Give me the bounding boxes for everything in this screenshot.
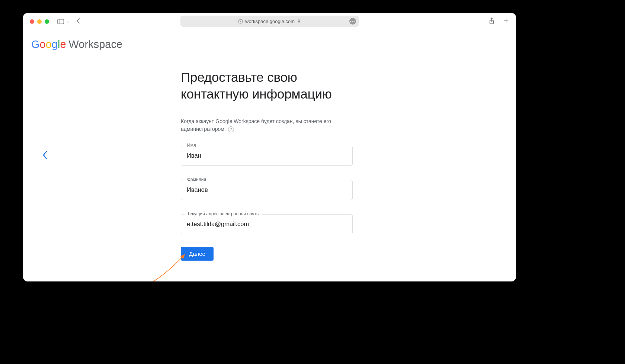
first-name-input[interactable] — [181, 146, 353, 166]
chevron-left-icon — [42, 151, 48, 160]
plus-icon — [503, 17, 509, 25]
new-tab-button[interactable] — [503, 17, 509, 26]
browser-titlebar: ⌄ workspace.google.com ••• — [23, 13, 516, 30]
toolbar-right — [488, 13, 509, 30]
window-controls — [30, 19, 49, 24]
email-field-wrapper: Текущий адрес электронной почты — [181, 214, 353, 234]
share-icon — [488, 17, 495, 25]
signup-form: Предоставьте свою контактную информацию … — [181, 69, 367, 261]
next-button[interactable]: Далее — [181, 247, 214, 261]
chevron-down-icon: ⌄ — [66, 19, 70, 24]
page-subtitle: Когда аккаунт Google Workspace будет соз… — [181, 117, 367, 133]
lock-icon — [297, 19, 301, 24]
last-name-input[interactable] — [181, 180, 353, 200]
site-settings-button[interactable]: ••• — [349, 18, 356, 25]
chevron-left-icon — [76, 18, 80, 24]
compass-icon — [238, 19, 243, 24]
previous-step-button[interactable] — [42, 151, 48, 161]
email-input[interactable] — [181, 214, 353, 234]
sidebar-toggle[interactable]: ⌄ — [57, 19, 70, 24]
email-label: Текущий адрес электронной почты — [185, 211, 262, 216]
browser-window: ⌄ workspace.google.com ••• — [23, 13, 516, 281]
address-bar[interactable]: workspace.google.com ••• — [180, 16, 359, 27]
google-workspace-logo: Google Workspace — [31, 38, 122, 51]
workspace-logo-text: Workspace — [69, 38, 123, 51]
help-icon[interactable]: ? — [228, 126, 234, 132]
sidebar-icon — [57, 19, 64, 24]
svg-marker-3 — [240, 20, 241, 22]
svg-rect-0 — [58, 19, 64, 24]
address-bar-text: workspace.google.com — [245, 19, 295, 24]
first-name-field-wrapper: Имя — [181, 146, 353, 166]
last-name-field-wrapper: Фамилия — [181, 180, 353, 200]
google-logo-text: Google — [31, 38, 66, 51]
first-name-label: Имя — [185, 143, 198, 148]
share-button[interactable] — [488, 17, 495, 26]
page-title: Предоставьте свою контактную информацию — [181, 69, 367, 103]
page-content: Google Workspace Предоставьте свою конта… — [23, 30, 516, 281]
last-name-label: Фамилия — [185, 177, 208, 182]
minimize-window-button[interactable] — [37, 19, 42, 24]
close-window-button[interactable] — [30, 19, 34, 24]
subtitle-text: Когда аккаунт Google Workspace будет соз… — [181, 118, 331, 132]
svg-rect-4 — [298, 21, 300, 22]
maximize-window-button[interactable] — [45, 19, 49, 24]
browser-back-button[interactable] — [76, 18, 80, 25]
